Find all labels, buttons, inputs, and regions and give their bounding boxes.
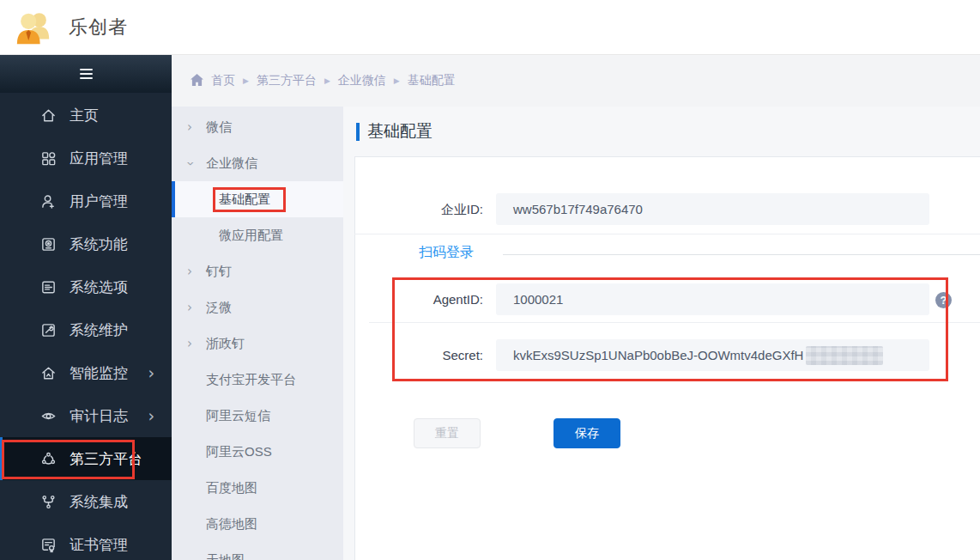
corp-id-label: 企业ID: [360, 193, 483, 225]
scan-login-section-title: 扫码登录 [419, 244, 474, 262]
breadcrumb-bar: 首页 ▶ 第三方平台 ▶ 企业微信 ▶ 基础配置 [172, 55, 980, 107]
sidebar-collapse-toggle[interactable] [0, 55, 172, 93]
breadcrumb-item[interactable]: 基础配置 [408, 73, 456, 88]
breadcrumb: 首页 ▶ 第三方平台 ▶ 企业微信 ▶ 基础配置 [191, 73, 456, 88]
webcam-icon [39, 235, 57, 253]
sidebar-item-audit-log[interactable]: 审计日志 › [0, 394, 172, 437]
home-icon [39, 107, 57, 124]
apps-grid-icon [39, 149, 57, 167]
page-title: 基础配置 [356, 120, 433, 143]
sidebar-item-label: 第三方平台 [70, 449, 142, 469]
chevron-right-icon: › [187, 301, 206, 314]
sidebar-item-system-features[interactable]: 系统功能 [0, 222, 172, 265]
eye-icon [39, 407, 57, 424]
sidebar-item-home[interactable]: 主页 [0, 94, 172, 137]
brand-logo-icon [14, 7, 53, 48]
third-party-nodes-icon [39, 450, 57, 467]
save-button[interactable]: 保存 [554, 418, 620, 448]
sidebar-item-apps[interactable]: 应用管理 [0, 137, 172, 180]
submenu-item-baidu-map[interactable]: 百度地图 [172, 470, 343, 506]
main-content: 基础配置 企业ID: ww567b17f749a76470 扫码登录 Agent… [343, 107, 980, 560]
sidebar-nav: 主页 应用管理 用户管理 系统功能 系统选项 [0, 93, 172, 560]
sidebar-item-system-maintenance[interactable]: 系统维护 [0, 308, 172, 351]
sidebar-item-label: 审计日志 [70, 406, 128, 426]
breadcrumb-item[interactable]: 首页 [211, 73, 235, 88]
chevron-right-icon: › [187, 121, 206, 134]
sidebar: 主页 应用管理 用户管理 系统功能 系统选项 [0, 55, 172, 560]
submenu-item-dingtalk[interactable]: › 钉钉 [172, 253, 343, 289]
integration-branch-icon [39, 493, 57, 510]
row-divider [354, 234, 980, 234]
sidebar-item-label: 智能监控 [70, 363, 128, 383]
sidebar-item-user-management[interactable]: 用户管理 [0, 180, 172, 222]
submenu-item-label: 浙政钉 [206, 336, 245, 352]
agent-id-input[interactable]: 1000021 [496, 283, 929, 315]
submenu-item-label: 微信 [206, 119, 232, 136]
chevron-right-icon: › [187, 265, 206, 278]
breadcrumb-separator: ▶ [394, 76, 400, 85]
masked-secret-blur [806, 346, 883, 365]
submenu-item-wecom[interactable]: › 企业微信 [172, 145, 343, 181]
submenu-panel: › 微信 › 企业微信 基础配置 微应用配置 › 钉钉 › 泛微 › 浙政钉 支… [172, 107, 343, 560]
submenu-item-micro-app-config[interactable]: 微应用配置 [172, 217, 343, 253]
section-divider [503, 254, 980, 255]
title-accent-bar [356, 123, 360, 141]
secret-label: Secret: [360, 339, 483, 371]
reset-button[interactable]: 重置 [414, 418, 481, 448]
sidebar-item-certificate-management[interactable]: 证书管理 [0, 523, 172, 560]
sidebar-item-label: 系统集成 [70, 492, 128, 512]
help-icon[interactable]: ? [935, 292, 952, 308]
sidebar-item-third-party-platform[interactable]: 第三方平台 [0, 437, 172, 480]
breadcrumb-separator: ▶ [243, 76, 249, 85]
submenu-item-tianditu[interactable]: 天地图 [172, 542, 343, 560]
submenu-item-aliyun-oss[interactable]: 阿里云OSS [172, 434, 343, 470]
secret-input[interactable]: kvkExs9SUzSp1UNaPb0obBeJ-OOWmtv4deGXfH [496, 339, 929, 371]
chevron-right-icon: › [187, 338, 206, 350]
sidebar-item-system-integration[interactable]: 系统集成 [0, 480, 172, 523]
submenu-item-label: 阿里云短信 [206, 408, 270, 424]
sidebar-item-label: 系统功能 [70, 234, 128, 254]
submenu-item-basic-config[interactable]: 基础配置 [172, 181, 343, 217]
sidebar-item-label: 用户管理 [70, 192, 128, 211]
page-title-text: 基础配置 [367, 120, 433, 143]
chevron-right-icon: › [148, 365, 154, 381]
submenu-item-wechat[interactable]: › 微信 [172, 109, 343, 145]
submenu-item-gaode-map[interactable]: 高德地图 [172, 506, 343, 542]
submenu-item-label: 支付宝开发平台 [206, 372, 296, 388]
hamburger-icon [80, 66, 93, 82]
submenu-item-zhezhengding[interactable]: › 浙政钉 [172, 326, 343, 362]
user-icon [39, 192, 57, 210]
brand-title: 乐创者 [69, 15, 128, 40]
submenu-item-label: 企业微信 [206, 155, 257, 172]
sidebar-item-label: 应用管理 [70, 149, 128, 168]
breadcrumb-item[interactable]: 企业微信 [338, 73, 386, 88]
breadcrumb-home-icon [191, 74, 203, 88]
submenu-item-alipay-platform[interactable]: 支付宝开发平台 [172, 362, 343, 398]
submenu-item-label: 钉钉 [206, 264, 232, 280]
sidebar-item-system-options[interactable]: 系统选项 [0, 265, 172, 308]
submenu-item-label: 泛微 [206, 300, 232, 316]
submenu-item-fanwei[interactable]: › 泛微 [172, 289, 343, 326]
certificate-icon [39, 536, 57, 553]
submenu-item-label: 基础配置 [219, 192, 270, 208]
submenu-item-label: 阿里云OSS [206, 444, 272, 460]
sidebar-item-label: 系统维护 [70, 320, 128, 340]
list-settings-icon [39, 278, 57, 295]
submenu-item-label: 高德地图 [206, 516, 257, 533]
sidebar-item-label: 主页 [70, 106, 99, 125]
breadcrumb-separator: ▶ [324, 76, 330, 85]
sidebar-item-monitoring[interactable]: 智能监控 › [0, 351, 172, 394]
corp-id-input[interactable]: ww567b17f749a76470 [496, 193, 929, 225]
breadcrumb-item[interactable]: 第三方平台 [257, 73, 317, 88]
agent-id-label: AgentID: [360, 283, 483, 315]
submenu-item-label: 天地图 [206, 552, 245, 560]
sidebar-item-label: 系统选项 [70, 277, 128, 297]
submenu-item-aliyun-sms[interactable]: 阿里云短信 [172, 398, 343, 434]
row-divider [369, 322, 980, 323]
wrench-icon [39, 321, 57, 338]
secret-value: kvkExs9SUzSp1UNaPb0obBeJ-OOWmtv4deGXfH [513, 339, 803, 371]
app-header: 乐创者 [0, 0, 980, 55]
submenu-item-label: 百度地图 [206, 480, 257, 496]
chevron-right-icon: › [148, 408, 154, 424]
sidebar-item-label: 证书管理 [70, 535, 128, 555]
